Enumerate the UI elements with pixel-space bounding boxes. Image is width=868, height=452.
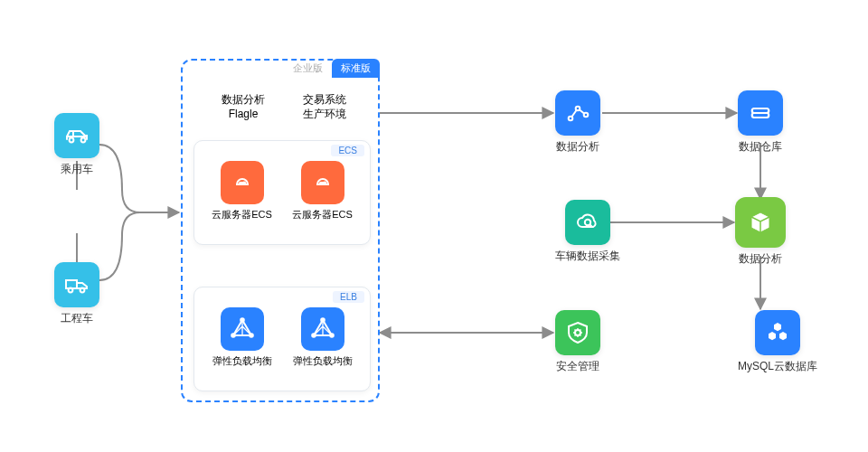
data-analytics-label: 数据分析 bbox=[556, 139, 599, 155]
tab-standard[interactable]: 标准版 bbox=[332, 59, 380, 78]
vehicle-data-collection-label: 车辆数据采集 bbox=[555, 249, 620, 264]
mysql-db-label: MySQL云数据库 bbox=[738, 359, 817, 374]
hexagon-cluster-icon bbox=[755, 310, 800, 355]
passenger-car-label: 乘用车 bbox=[61, 162, 93, 177]
svg-rect-2 bbox=[66, 280, 77, 288]
ecs-card: ECS 云服务器ECS 云服务器ECS bbox=[193, 140, 371, 245]
tab-enterprise[interactable]: 企业版 bbox=[284, 59, 332, 78]
center-title-analytics: 数据分析 Flagle bbox=[212, 93, 275, 121]
ecs-item-2: 云服务器ECS bbox=[292, 161, 353, 221]
center-service-box: 企业版 标准版 数据分析 Flagle 交易系统 生产环境 ECS 云服务器EC… bbox=[181, 59, 380, 402]
svg-point-18 bbox=[585, 220, 590, 225]
node-engineering-truck: 工程车 bbox=[54, 262, 99, 326]
svg-point-19 bbox=[575, 330, 580, 335]
cloud-search-icon bbox=[565, 200, 610, 245]
data-warehouse-label: 数据仓库 bbox=[739, 139, 782, 155]
node-mysql-db: MySQL云数据库 bbox=[738, 310, 817, 374]
elb-card: ELB 弹性负载均衡 弹性负载均衡 bbox=[193, 287, 371, 391]
center-title-trade: 交易系统 生产环境 bbox=[293, 93, 356, 121]
security-management-label: 安全管理 bbox=[556, 359, 599, 374]
svg-point-4 bbox=[80, 288, 85, 293]
svg-point-6 bbox=[243, 183, 245, 184]
data-analytics-big-label: 数据分析 bbox=[739, 251, 782, 267]
node-security-management: 安全管理 bbox=[555, 310, 600, 374]
analytics-icon bbox=[555, 90, 600, 136]
node-data-analytics: 数据分析 bbox=[555, 90, 600, 155]
engineering-truck-label: 工程车 bbox=[61, 311, 93, 326]
edition-tabs: 企业版 标准版 bbox=[284, 59, 380, 78]
ecs-icon bbox=[221, 161, 264, 204]
elb-icon bbox=[221, 307, 264, 351]
ecs-icon bbox=[301, 161, 344, 204]
svg-point-0 bbox=[70, 138, 74, 143]
svg-point-8 bbox=[324, 183, 326, 184]
node-data-analytics-big: 数据分析 bbox=[735, 197, 786, 267]
shield-gear-icon bbox=[555, 310, 600, 355]
elb-item-2: 弹性负载均衡 bbox=[293, 307, 353, 368]
elb-item-1: 弹性负载均衡 bbox=[212, 307, 272, 368]
svg-point-1 bbox=[81, 138, 86, 143]
svg-point-3 bbox=[69, 288, 73, 293]
warehouse-icon bbox=[738, 90, 783, 136]
cube-icon bbox=[735, 197, 786, 248]
elb-badge: ELB bbox=[333, 291, 364, 303]
elb-icon bbox=[301, 307, 344, 351]
node-data-warehouse: 数据仓库 bbox=[738, 90, 783, 155]
car-icon bbox=[54, 113, 99, 158]
node-passenger-car: 乘用车 bbox=[54, 113, 99, 177]
truck-icon bbox=[54, 262, 99, 307]
ecs-badge: ECS bbox=[331, 145, 364, 156]
ecs-item-1: 云服务器ECS bbox=[212, 161, 272, 221]
node-vehicle-data-collection: 车辆数据采集 bbox=[555, 200, 620, 264]
